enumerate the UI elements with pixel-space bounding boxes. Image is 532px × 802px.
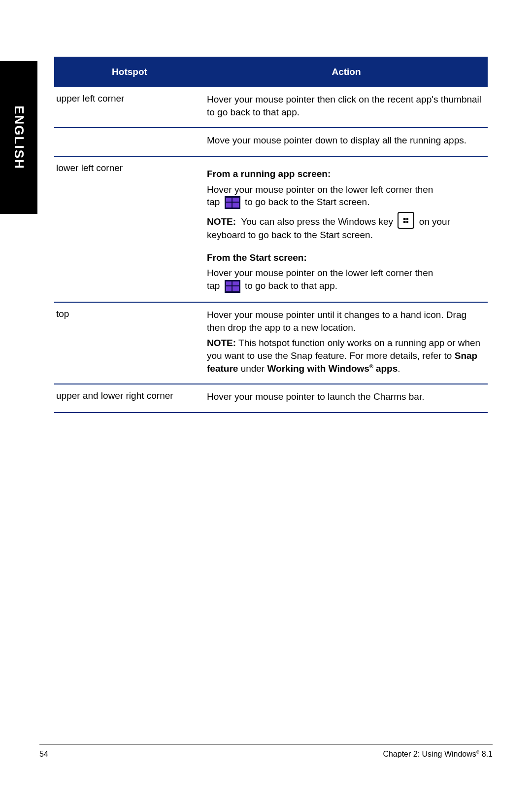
table-header-row: Hotspot Action bbox=[54, 57, 488, 87]
svg-rect-6 bbox=[226, 281, 232, 285]
action-cell: Hover your mouse pointer then click on t… bbox=[205, 87, 488, 128]
table-row: top Hover your mouse pointer until it ch… bbox=[54, 302, 488, 384]
hotspot-cell: top bbox=[54, 302, 205, 384]
action-text: Hover your mouse pointer until it change… bbox=[207, 309, 486, 334]
svg-rect-2 bbox=[233, 198, 239, 202]
language-label: ENGLISH bbox=[11, 105, 27, 170]
action-cell: Hover your mouse pointer to launch the C… bbox=[205, 384, 488, 413]
table-row: upper and lower right corner Hover your … bbox=[54, 384, 488, 413]
language-tab: ENGLISH bbox=[0, 61, 37, 214]
start-tile-icon bbox=[225, 196, 240, 209]
action-text: Hover your mouse pointer on the lower le… bbox=[207, 183, 486, 209]
action-cell: From a running app screen: Hover your mo… bbox=[205, 156, 488, 302]
action-text: Move your mouse pointer down to display … bbox=[207, 134, 486, 147]
note-text: NOTE: You can also press the Windows key… bbox=[207, 212, 486, 242]
hotspot-table: Hotspot Action upper left corner Hover y… bbox=[54, 57, 488, 413]
action-cell: Move your mouse pointer down to display … bbox=[205, 128, 488, 156]
table-row: Move your mouse pointer down to display … bbox=[54, 128, 488, 156]
action-text: Hover your mouse pointer on the lower le… bbox=[207, 267, 486, 293]
chapter-label: Chapter 2: Using Windows® 8.1 bbox=[383, 750, 493, 759]
action-cell: Hover your mouse pointer until it change… bbox=[205, 302, 488, 384]
hotspot-cell bbox=[54, 128, 205, 156]
table-row: upper left corner Hover your mouse point… bbox=[54, 87, 488, 128]
svg-rect-8 bbox=[226, 286, 232, 291]
header-action: Action bbox=[205, 57, 488, 87]
start-tile-icon bbox=[225, 280, 240, 293]
svg-rect-9 bbox=[233, 286, 239, 291]
sub-heading: From a running app screen: bbox=[207, 168, 486, 180]
page-content: Hotspot Action upper left corner Hover y… bbox=[54, 57, 488, 413]
svg-rect-1 bbox=[226, 198, 232, 202]
svg-rect-3 bbox=[226, 203, 232, 208]
note-text: NOTE: This hotspot function only works o… bbox=[207, 337, 486, 375]
windows-key-icon bbox=[398, 212, 414, 229]
action-text: Hover your mouse pointer then click on t… bbox=[207, 93, 486, 118]
svg-rect-4 bbox=[233, 203, 239, 208]
sub-heading: From the Start screen: bbox=[207, 251, 486, 264]
hotspot-cell: upper and lower right corner bbox=[54, 384, 205, 413]
svg-rect-7 bbox=[233, 281, 239, 285]
hotspot-cell: upper left corner bbox=[54, 87, 205, 128]
registered-mark: ® bbox=[369, 363, 373, 369]
page-number: 54 bbox=[39, 750, 48, 759]
table-row: lower left corner From a running app scr… bbox=[54, 156, 488, 302]
page-footer: 54 Chapter 2: Using Windows® 8.1 bbox=[39, 744, 493, 759]
action-text: Hover your mouse pointer to launch the C… bbox=[207, 390, 486, 403]
header-hotspot: Hotspot bbox=[54, 57, 205, 87]
hotspot-cell: lower left corner bbox=[54, 156, 205, 302]
